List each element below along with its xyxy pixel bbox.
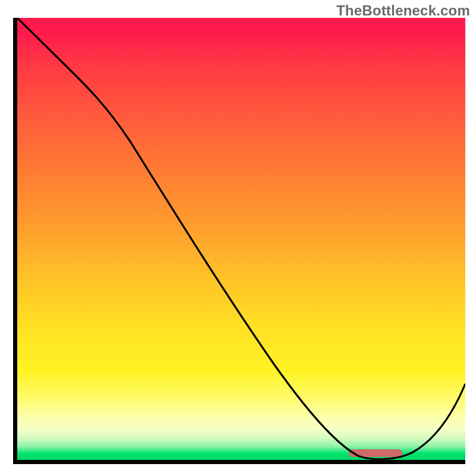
optimal-range-marker: [349, 449, 402, 457]
chart-container: TheBottleneck.com: [0, 0, 476, 476]
gradient-background: [17, 18, 465, 460]
plot-frame: [13, 18, 465, 464]
watermark-text: TheBottleneck.com: [336, 2, 470, 19]
